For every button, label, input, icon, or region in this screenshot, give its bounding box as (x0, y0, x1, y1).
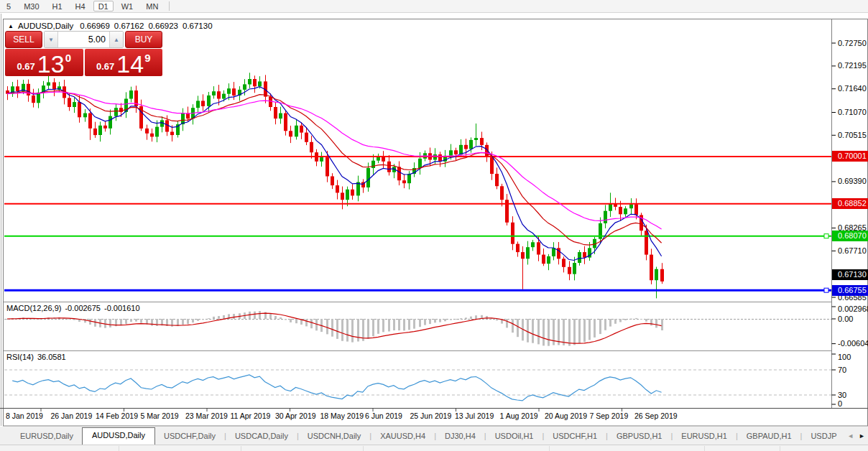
rsi-axis-label: 30 (838, 391, 846, 399)
price-axis-tick-label: 0.70515 (838, 131, 867, 139)
date-label: 6 Jun 2019 (365, 412, 402, 420)
chart-tab-USDCHF-H1[interactable]: USDCHF,H1 (544, 429, 606, 445)
date-label: 20 Aug 2019 (545, 412, 587, 420)
chart-tab-XAUUSD-H4[interactable]: XAUUSD,H4 (371, 429, 434, 445)
status-bar-separator (363, 446, 364, 451)
status-bar (0, 445, 868, 451)
sell-price-pip-digit: 0 (65, 52, 71, 64)
date-label: 14 Feb 2019 (96, 412, 138, 420)
macd-axis-label: 0.002968 (838, 304, 868, 313)
buy-price-prefix: 0.67 (96, 61, 114, 72)
timeframe-button-D1[interactable]: D1 (93, 1, 114, 11)
date-label: 18 May 2019 (320, 412, 364, 420)
timeframe-button-H4[interactable]: H4 (70, 1, 91, 11)
sell-price-display[interactable]: 0.67 13 0 (5, 49, 83, 76)
date-label: 1 Aug 2019 (500, 412, 538, 420)
timeframe-toolbar: 5M30H1H4D1W1MN (0, 0, 868, 13)
buy-button[interactable]: BUY (125, 31, 162, 48)
timeframe-button-5[interactable]: 5 (1, 1, 16, 11)
sell-price-big-digits: 13 (37, 52, 65, 75)
level-line-handle[interactable] (824, 288, 828, 292)
chart-tab-EURUSD-H1[interactable]: EURUSD,H1 (673, 429, 736, 445)
status-bar-separator (780, 446, 780, 451)
chart-tab-GBPUSD-H1[interactable]: GBPUSD,H1 (608, 429, 671, 445)
chart-ohlc-title: ▲ AUDUSD,Daily 0.66969 0.67162 0.66923 0… (8, 22, 217, 30)
volume-decrease-button[interactable]: ▼ (45, 32, 58, 47)
macd-axis-label: -0.006047 (838, 339, 868, 348)
chart-tab-DJ30-H4[interactable]: DJ30,H4 (436, 429, 484, 445)
chart-tab-EURUSD-Daily[interactable]: EURUSD,Daily (11, 429, 82, 445)
macd-signal-value: -0.001610 (104, 304, 140, 312)
rsi-indicator-label: RSI(14)36.0581 (6, 353, 70, 361)
date-label: 13 Jul 2019 (455, 412, 494, 420)
macd-main-value: -0.002675 (65, 304, 101, 312)
buy-price-big-digits: 14 (116, 52, 144, 75)
chart-tab-USDJP[interactable]: USDJP (802, 429, 845, 445)
macd-axis-label: 0.00 (838, 315, 853, 323)
timeframe-button-M30[interactable]: M30 (19, 1, 44, 11)
rsi-axis-label: 70 (838, 366, 846, 374)
ohlc-close-value: 0.67130 (183, 22, 213, 30)
chart-tab-AUDUSD-Daily[interactable]: AUDUSD,Daily (82, 427, 155, 445)
date-label: 26 Sep 2019 (634, 412, 678, 420)
tab-scroll-left-button[interactable]: ◄ (847, 432, 854, 440)
tab-scroll-arrows: ◄ ► (844, 427, 868, 445)
macd-indicator-label: MACD(12,26,9)-0.002675-0.001610 (6, 304, 144, 312)
price-axis-tick-label: 0.72750 (838, 39, 867, 47)
sell-button[interactable]: SELL (5, 31, 42, 48)
chart-tab-USDCNH-Daily[interactable]: USDCNH,Daily (299, 429, 370, 445)
level-line-handle[interactable] (824, 234, 828, 238)
date-label: 5 Mar 2019 (141, 412, 179, 420)
timeframe-button-W1[interactable]: W1 (116, 1, 139, 11)
chart-symbol-label: AUDUSD,Daily (18, 22, 73, 30)
price-badge-0.67130: 0.67130 (832, 269, 868, 280)
date-label: 8 Jan 2019 (6, 412, 43, 420)
chart-tab-USDCHF-Daily[interactable]: USDCHF,Daily (155, 429, 224, 445)
price-badge-0.70001: 0.70001 (832, 151, 868, 162)
date-label: 30 Apr 2019 (275, 412, 316, 420)
volume-stepper: ▼ ▲ (44, 31, 124, 48)
rsi-axis-label: 0 (838, 399, 842, 408)
date-label: 25 Jun 2019 (410, 412, 452, 420)
price-axis-tick-label: 0.71640 (838, 84, 867, 93)
chart-tab-USDCAD-Daily[interactable]: USDCAD,Daily (226, 429, 297, 445)
status-bar-separator (549, 446, 550, 451)
chart-tab-bar: EURUSD,DailyAUDUSD,DailyUSDCHF,Daily|USD… (0, 427, 868, 445)
price-axis-tick-label: 0.69390 (838, 177, 867, 185)
timeframe-button-H1[interactable]: H1 (47, 1, 68, 11)
ohlc-low-value: 0.66923 (148, 22, 178, 30)
buy-price-display[interactable]: 0.67 14 9 (85, 49, 163, 76)
chart-window-frame (4, 19, 868, 427)
status-bar-separator (241, 446, 241, 451)
price-badge-0.66755: 0.66755 (832, 285, 868, 296)
rsi-name: RSI(14) (6, 353, 34, 361)
price-badge-0.68852: 0.68852 (832, 198, 868, 209)
date-label: 23 Mar 2019 (185, 412, 228, 420)
buy-price-pip-digit: 9 (144, 52, 150, 64)
chart-tab-GBPAUD-H1[interactable]: GBPAUD,H1 (738, 429, 800, 445)
volume-increase-button[interactable]: ▲ (109, 32, 123, 47)
price-axis: 0.727500.721950.716400.710700.705150.693… (832, 19, 868, 426)
price-axis-tick-label: 0.72195 (838, 61, 867, 70)
price-axis-tick-label: 0.71070 (838, 108, 867, 116)
sell-price-prefix: 0.67 (17, 61, 35, 72)
status-bar-separator (704, 446, 705, 451)
date-label: 11 Apr 2019 (231, 412, 271, 420)
ohlc-high-value: 0.67162 (114, 22, 144, 30)
rsi-value: 36.0581 (37, 353, 66, 361)
status-bar-separator (119, 446, 119, 451)
date-label: 7 Sep 2019 (590, 412, 629, 420)
ohlc-open-value: 0.66969 (80, 22, 110, 30)
toolbar-separator (169, 1, 170, 11)
macd-name: MACD(12,26,9) (6, 304, 61, 312)
price-axis-tick-label: 0.67710 (838, 246, 867, 255)
one-click-trading-panel: SELL ▼ ▲ BUY 0.67 13 0 0.67 14 9 (5, 31, 162, 76)
volume-input[interactable] (58, 32, 109, 47)
tab-scroll-right-button[interactable]: ► (859, 432, 865, 440)
timeframe-button-MN[interactable]: MN (141, 1, 163, 11)
date-label: 26 Jan 2019 (51, 412, 93, 420)
chart-tab-USDOil-H1[interactable]: USDOil,H1 (486, 429, 542, 445)
price-badge-0.68070: 0.68070 (832, 231, 868, 241)
rsi-axis-label: 100 (838, 353, 851, 361)
collapse-panel-icon[interactable]: ▲ (8, 23, 14, 29)
